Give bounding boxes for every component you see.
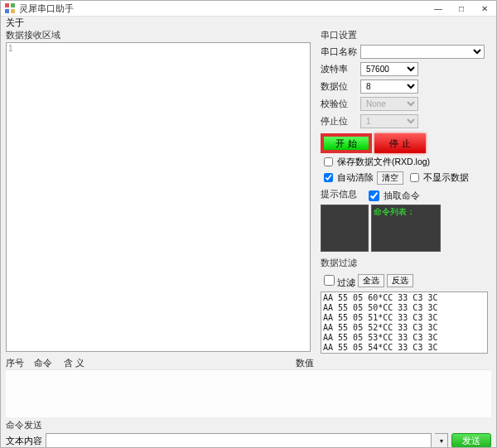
stopbits-label: 停止位 <box>321 115 360 128</box>
app-icon <box>4 2 16 14</box>
data-table-body[interactable] <box>6 369 491 417</box>
filter-line: AA 55 05 51*CC 33 C3 3C <box>323 313 485 323</box>
extract-checkbox[interactable]: 抽取命令 <box>365 188 420 204</box>
tip-label: 提示信息 <box>321 188 357 204</box>
filter-line: AA 55 05 53*CC 33 C3 3C <box>323 333 485 343</box>
cmd-list-box: 命令列表： <box>371 205 441 252</box>
svg-rect-0 <box>5 3 9 7</box>
send-input[interactable] <box>46 433 432 448</box>
auto-clear-checkbox[interactable]: 自动清除 <box>321 171 374 185</box>
col-val: 数值 <box>296 357 491 369</box>
svg-rect-3 <box>11 9 15 13</box>
baud-label: 波特率 <box>321 63 360 75</box>
svg-rect-2 <box>5 9 9 13</box>
filter-line: AA 55 05 60*CC 33 C3 3C <box>323 293 485 303</box>
send-button[interactable]: 发送 <box>451 433 491 448</box>
filter-line: AA 55 05 50*CC 33 C3 3C <box>323 303 485 313</box>
stopbits-select: 1 <box>360 114 418 128</box>
parity-label: 校验位 <box>321 98 360 110</box>
no-show-checkbox[interactable]: 不显示数据 <box>407 171 469 185</box>
clear-button[interactable]: 清空 <box>377 171 403 185</box>
port-name-select[interactable] <box>360 45 485 59</box>
send-history-dropdown[interactable]: ▾ <box>435 433 448 448</box>
window-title: 灵犀串口助手 <box>19 2 74 15</box>
maximize-button[interactable]: □ <box>450 1 473 16</box>
minimize-button[interactable]: — <box>427 1 450 16</box>
databits-select[interactable]: 8 <box>360 79 418 94</box>
col-cmd: 命令 <box>34 357 64 369</box>
save-file-checkbox[interactable]: 保存数据文件(RXD.log) <box>321 155 430 169</box>
svg-rect-1 <box>11 3 15 7</box>
close-button[interactable]: ✕ <box>473 1 496 16</box>
recv-textarea[interactable]: 1 <box>6 42 311 352</box>
col-seq: 序号 <box>6 357 34 369</box>
filter-line: AA 55 05 52*CC 33 C3 3C <box>323 323 485 333</box>
filter-checkbox[interactable]: 过滤 <box>321 272 355 289</box>
recv-section-label: 数据接收区域 <box>6 29 311 41</box>
start-button[interactable]: 开 始 <box>321 133 372 153</box>
tip-box <box>321 205 369 252</box>
filter-section-label: 数据过滤 <box>321 257 491 269</box>
baud-select[interactable]: 57600 <box>360 62 418 76</box>
stop-button[interactable]: 停 止 <box>374 133 426 153</box>
sender-section-label: 命令发送 <box>6 419 491 431</box>
parity-select: None <box>360 97 418 111</box>
filter-list[interactable]: AA 55 05 60*CC 33 C3 3C AA 55 05 50*CC 3… <box>321 291 488 354</box>
col-mean: 含 义 <box>64 357 296 369</box>
filter-line: AA 55 05 54*CC 33 C3 3C <box>323 343 485 353</box>
line-number: 1 <box>8 44 13 53</box>
menu-about[interactable]: 关于 <box>6 17 24 29</box>
databits-label: 数据位 <box>321 80 360 93</box>
select-all-button[interactable]: 全选 <box>358 274 384 287</box>
invert-select-button[interactable]: 反选 <box>387 274 413 287</box>
text-content-label: 文本内容 <box>6 435 42 447</box>
serial-section-label: 串口设置 <box>321 29 491 41</box>
port-name-label: 串口名称 <box>321 46 360 58</box>
